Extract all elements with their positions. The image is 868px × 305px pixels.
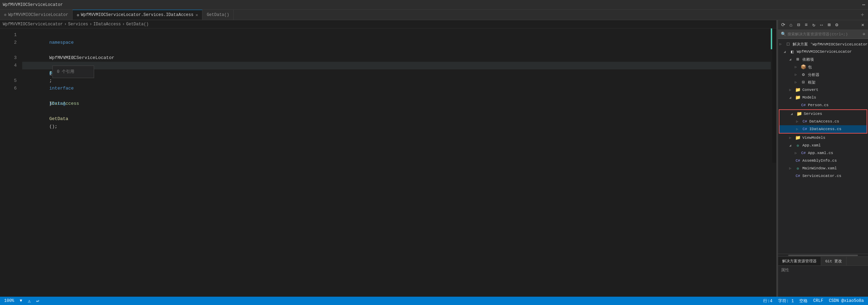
mainwindow-icon: ⊙ <box>795 165 801 171</box>
collapse-icon[interactable]: ⊞ <box>826 22 832 28</box>
idataaccess-icon: C# <box>802 126 808 132</box>
tree-expand-analyzer: ▷ <box>795 73 800 77</box>
search-magnifier-icon[interactable]: ⊕ <box>863 32 865 37</box>
tree-item-viewmodels[interactable]: ▷ 📁 ViewModels <box>778 134 868 142</box>
code-line-3: = public interface IDataAccess <box>22 54 771 62</box>
sol-tab-git[interactable]: Git 更改 <box>821 257 846 265</box>
tree-item-services[interactable]: ◢ 📁 Services <box>779 110 867 118</box>
tree-item-servicelocator[interactable]: ▷ C# ServiceLocator.cs <box>778 172 868 180</box>
project-label: WpfMVVMIOCServiceLocator <box>797 50 852 54</box>
tree-item-solution[interactable]: ▷ □ 解决方案 'WpfMVVMIOCServiceLocator' (1 个… <box>778 40 868 48</box>
filter-icon[interactable]: ⊟ <box>795 22 802 28</box>
breadcrumb-part-4[interactable]: GetData() <box>126 22 149 27</box>
models-folder-icon: 📁 <box>795 94 801 101</box>
space-info: 空格 <box>799 298 808 304</box>
tab-file-2[interactable]: ⊙ WpfMVVMIOCServiceLocator.Services.IDat… <box>73 10 202 20</box>
tree-item-person[interactable]: ▷ C# Person.cs <box>778 101 868 109</box>
breadcrumb-part-1[interactable]: WpfMVVMIOCServiceLocator <box>3 22 63 27</box>
method-name: GetData <box>49 116 68 121</box>
line-num-3: 3 <box>2 54 17 62</box>
tree-item-appxaml[interactable]: ◢ ⊙ App.xaml <box>778 142 868 149</box>
dataaccess-label: DataAccess.cs <box>809 119 839 124</box>
tab-method[interactable]: GetData() <box>202 10 234 20</box>
status-left: 100% ▼ ⚠ ↩ <box>4 298 39 304</box>
servicelocator-label: ServiceLocator.cs <box>802 174 841 178</box>
code-editor[interactable]: 1 2 3 4 5 6 namespace WpfMVVMIOCServiceL… <box>0 28 776 163</box>
tree-item-dataaccess[interactable]: ▷ C# DataAccess.cs <box>779 118 867 125</box>
code-line-2 <box>22 39 771 46</box>
settings-icon[interactable]: ⋯ <box>862 2 865 8</box>
zoom-icon[interactable]: ▼ <box>20 298 22 303</box>
minimap <box>772 28 776 163</box>
green-bar <box>771 28 772 163</box>
dep-label: 依赖项 <box>802 57 814 62</box>
viewmodels-label: ViewModels <box>802 136 825 140</box>
tree-item-idataaccess[interactable]: ▷ C# IDataAccess.cs <box>779 125 867 133</box>
solution-tree[interactable]: ▷ □ 解决方案 'WpfMVVMIOCServiceLocator' (1 个… <box>778 39 868 254</box>
tree-item-dependencies[interactable]: ◢ ⊞ 依赖项 <box>778 56 868 63</box>
services-label: Services <box>804 112 822 116</box>
viewmodels-folder-icon: 📁 <box>795 135 801 141</box>
track-icon: ↩ <box>36 298 39 304</box>
code-line-6: } <box>22 92 771 100</box>
frame-icon: ⊡ <box>800 79 807 85</box>
tab-icon-2: ⊙ <box>77 13 79 17</box>
close-panel-icon[interactable]: ✕ <box>860 22 866 28</box>
search-input[interactable] <box>787 32 863 36</box>
solution-toolbar: ⟳ ⌂ ⊟ ≡ ↻ ↔ ⊞ ⚙ ✕ <box>778 20 868 30</box>
tree-item-models[interactable]: ◢ 📁 Models <box>778 94 868 101</box>
editor-area: WpfMVVMIOCServiceLocator › Services › ID… <box>0 20 776 297</box>
encoding-info: CRLF <box>813 298 823 303</box>
green-mark <box>771 28 772 49</box>
tree-item-framework[interactable]: ▷ ⊡ 框架 <box>778 78 868 86</box>
status-bar: 100% ▼ ⚠ ↩ 行:4 字符: 1 空格 CRLF CSDN @xiao5… <box>0 297 868 305</box>
frame-label: 框架 <box>808 80 816 85</box>
add-tab-icon[interactable]: ＋ <box>860 11 865 18</box>
refresh-icon[interactable]: ↔ <box>818 22 825 28</box>
tree-expand-pkg: ▷ <box>795 65 800 69</box>
hscrollbar-thumb <box>788 255 858 256</box>
tree-item-appxamlcs[interactable]: ▷ C# App.xaml.cs <box>778 149 868 157</box>
home-icon[interactable]: ⌂ <box>788 22 794 28</box>
code-content[interactable]: namespace WpfMVVMIOCServiceLocator . Ser… <box>19 28 771 163</box>
line-num-ref2 <box>2 69 17 77</box>
solution-panel: ⟳ ⌂ ⊟ ≡ ↻ ↔ ⊞ ⚙ ✕ 🔍 ⊕ ▷ □ 解决方案 'WpfMVVMI <box>778 20 868 297</box>
settings-tool-icon[interactable]: ⚙ <box>834 22 840 28</box>
tab-file-1[interactable]: ⊙ WpfMVVMIOCServiceLocator <box>0 10 73 20</box>
pkg-label: 包 <box>808 65 812 70</box>
zoom-level: 100% <box>4 298 14 303</box>
line-num-6: 6 <box>2 85 17 92</box>
properties-icon[interactable]: ≡ <box>803 22 809 28</box>
line-num-4: 4 <box>2 62 17 69</box>
sync-icon[interactable]: ⟳ <box>780 22 786 28</box>
person-icon: C# <box>800 102 807 108</box>
tree-item-project[interactable]: ◢ ◧ WpfMVVMIOCServiceLocator <box>778 48 868 56</box>
tree-item-analyzers[interactable]: ▷ ⚙ 分析器 <box>778 71 868 78</box>
line-num-1: 1 <box>2 31 17 39</box>
tree-item-packages[interactable]: ▷ 📦 包 <box>778 63 868 71</box>
breadcrumb-part-3[interactable]: IDataAccess <box>93 22 121 27</box>
breadcrumb-part-2[interactable]: Services <box>68 22 88 27</box>
author-info: CSDN @xiao5o8a <box>829 298 864 303</box>
line-numbers: 1 2 3 4 5 6 <box>2 28 19 163</box>
solution-label: 解决方案 'WpfMVVMIOCServiceLocator' (1 个... <box>793 42 868 47</box>
tab-close-2[interactable]: ✕ <box>195 12 198 18</box>
analyzer-label: 分析器 <box>808 72 819 77</box>
tree-item-mainwindow[interactable]: ▷ ⊙ MainWindow.xaml <box>778 164 868 172</box>
tree-expand-project: ◢ <box>784 50 789 54</box>
solution-hscrollbar[interactable] <box>778 254 868 256</box>
status-right: 行:4 字符: 1 空格 CRLF CSDN @xiao5o8a <box>763 298 864 304</box>
code-line-1: namespace WpfMVVMIOCServiceLocator . Ser… <box>22 31 771 39</box>
tree-expand-frame: ▷ <box>795 80 800 84</box>
breadcrumb-sep-2: › <box>90 22 92 27</box>
tree-item-convert[interactable]: ▷ 📁 Convert <box>778 86 868 94</box>
tree-expand-appxaml: ◢ <box>789 143 795 147</box>
tree-expand-solution: ▷ <box>779 42 785 46</box>
appxaml-label: App.xaml <box>802 143 821 147</box>
solution-icon: □ <box>785 41 791 47</box>
sol-tab-solution[interactable]: 解决方案资源管理器 <box>778 257 821 265</box>
tree-item-assemblyinfo[interactable]: ▷ C# AssemblyInfo.cs <box>778 157 868 164</box>
solution-toolbar-icons: ⟳ ⌂ ⊟ ≡ ↻ ↔ ⊞ ⚙ <box>780 22 840 28</box>
preview-icon[interactable]: ↻ <box>811 22 817 28</box>
person-label: Person.cs <box>808 103 828 107</box>
